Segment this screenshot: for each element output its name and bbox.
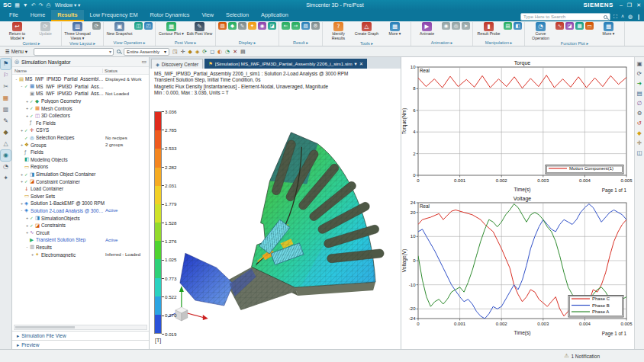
- tab-caret-icon[interactable]: ▾: [355, 61, 357, 66]
- expander-icon[interactable]: +: [19, 172, 24, 177]
- anim-prev-button[interactable]: ◎: [452, 22, 460, 30]
- play-forward-icon[interactable]: ➜: [637, 79, 642, 88]
- materials-icon[interactable]: ◆: [1, 127, 11, 138]
- manip-clip-button[interactable]: ◧: [514, 22, 522, 30]
- expander-icon[interactable]: -: [14, 77, 19, 82]
- return-to-model-button[interactable]: ↩Return to Model ▾: [4, 22, 31, 40]
- redo-icon[interactable]: ↷: [39, 2, 43, 8]
- ribbon-tab-application[interactable]: Application: [255, 10, 295, 21]
- expander-icon[interactable]: +: [24, 223, 30, 228]
- edit-post-view-button[interactable]: ✎Edit Post View: [186, 22, 213, 37]
- restore-views-button[interactable]: ⟳: [92, 22, 101, 30]
- notification-label[interactable]: 1 Notification: [571, 354, 600, 359]
- tree-item[interactable]: ▶Transient Solution StepActive: [12, 236, 149, 244]
- tree-item[interactable]: -✓▦MS_IWF_IPM3D_Partial_Assembly_2206_i.…: [12, 83, 149, 91]
- column-status[interactable]: Status: [102, 69, 147, 73]
- color-manager-icon[interactable]: ▦: [1, 93, 11, 104]
- checkbox-icon[interactable]: ✓: [30, 223, 35, 228]
- tools-more-button[interactable]: ▦More ▾: [382, 22, 408, 37]
- expander-icon[interactable]: -: [19, 84, 24, 88]
- checkbox-icon[interactable]: ✓: [30, 99, 35, 104]
- create-graph-button[interactable]: △Create Graph: [353, 22, 380, 37]
- fp-window-button[interactable]: ◪: [565, 22, 574, 30]
- checkbox-icon[interactable]: ✓: [24, 136, 30, 140]
- snap-add-icon[interactable]: ◈: [195, 49, 199, 55]
- probe-cursor-icon[interactable]: ✛: [637, 139, 642, 147]
- checkbox-icon[interactable]: ✓: [24, 128, 30, 133]
- voltage-chart[interactable]: 00.0010.0020.0030.0040.005-24-20-1001020…: [401, 194, 633, 337]
- tree-item[interactable]: +✓▦Mesh Controls: [12, 104, 149, 112]
- checkbox-icon[interactable]: ✓: [30, 106, 35, 111]
- contour-plot-button[interactable]: ▦Contour Plot ▾: [158, 22, 185, 37]
- simulation-navigator-icon[interactable]: ⚑: [1, 59, 11, 69]
- command-finder-combo[interactable]: ▾: [34, 48, 114, 56]
- checkbox-icon[interactable]: ✓: [30, 216, 35, 220]
- display-deform-button[interactable]: ◉: [258, 22, 266, 30]
- expander-icon[interactable]: +: [30, 252, 35, 257]
- tree-item[interactable]: ▣MS_IWF_IPM3D_Partial_Assembly_2206_i...…: [12, 90, 149, 98]
- ribbon-tab-selection[interactable]: Selection: [220, 10, 255, 21]
- sidebar-detach-icon[interactable]: ▭: [141, 59, 147, 65]
- ribbon-tab-file[interactable]: File: [3, 10, 24, 21]
- print-icon[interactable]: ⎙: [46, 2, 50, 8]
- ribbon-tab-view[interactable]: View: [195, 10, 220, 21]
- expander-icon[interactable]: +: [19, 128, 24, 133]
- checkbox-icon[interactable]: ✓: [24, 84, 30, 88]
- help-icon[interactable]: ◍: [628, 14, 633, 20]
- palette-icon[interactable]: ◆: [637, 129, 642, 137]
- sync-icon[interactable]: ⟳: [637, 69, 642, 78]
- preview-section[interactable]: ▸ Preview: [12, 340, 149, 349]
- roles-icon[interactable]: ✦: [1, 173, 11, 184]
- close-button[interactable]: ✕: [636, 2, 641, 8]
- expander-icon[interactable]: +: [24, 106, 30, 111]
- tree-item[interactable]: +✓◪Constraints: [12, 222, 149, 229]
- tree-item[interactable]: +✓✛CSYS: [12, 127, 149, 134]
- tree-item[interactable]: ƒFe Fields: [12, 120, 149, 127]
- copy-view-button[interactable]: ◰: [144, 22, 153, 30]
- checkbox-icon[interactable]: ✓: [24, 179, 30, 184]
- display-lighting-button[interactable]: ✦: [248, 22, 256, 30]
- ribbon-tab-home[interactable]: Home: [24, 10, 51, 21]
- notification-bell-icon[interactable]: ⚠: [564, 353, 568, 359]
- tree-item[interactable]: ▭Solver Sets: [12, 193, 149, 200]
- animate-button[interactable]: ▶Animate: [414, 22, 440, 37]
- expander-icon[interactable]: +: [24, 99, 30, 104]
- alert-icon[interactable]: ❙: [636, 14, 641, 20]
- tree-item[interactable]: +❖Groups2 groups: [12, 141, 149, 149]
- snap-point-icon[interactable]: ◆: [188, 49, 192, 55]
- tree-item[interactable]: +∿Circuit: [12, 229, 149, 236]
- simulation-file-view-section[interactable]: ▸ Simulation File View: [12, 331, 149, 340]
- expander-icon[interactable]: +: [24, 230, 30, 235]
- fullscreen-icon[interactable]: ⛶: [613, 14, 617, 20]
- save-icon[interactable]: ▼: [23, 2, 28, 8]
- tree-item[interactable]: -▥Results: [12, 244, 149, 251]
- tree-item[interactable]: ƒFields: [12, 149, 149, 156]
- checkbox-icon[interactable]: ✓: [24, 172, 30, 177]
- display-edges-button[interactable]: ✎: [238, 22, 246, 30]
- select-arrow-icon[interactable]: ✛: [181, 49, 185, 55]
- checkbox-icon[interactable]: ✓: [30, 114, 35, 118]
- minimize-button[interactable]: –: [620, 2, 623, 8]
- select-scope-icon[interactable]: ◳: [172, 49, 178, 55]
- fp-cross-button[interactable]: ∿: [555, 22, 564, 30]
- result-probe-button[interactable]: ▮Result Probe: [475, 22, 502, 37]
- tree-item[interactable]: +✓◆Polygon Geometry: [12, 98, 149, 105]
- next-result-button[interactable]: →: [291, 22, 300, 30]
- tab-discovery-center[interactable]: ◈ Discovery Center: [151, 59, 203, 69]
- sidebar-horizontal-scrollbar[interactable]: [14, 325, 147, 330]
- wireframe-icon[interactable]: ◔: [225, 49, 230, 55]
- ribbon-tab-results[interactable]: Results: [51, 10, 83, 21]
- tree-item[interactable]: ◧Modeling Objects: [12, 156, 149, 164]
- minimize-ribbon-icon[interactable]: ˄: [621, 14, 624, 20]
- hide-curve-icon[interactable]: ∅: [637, 99, 642, 107]
- tree-item[interactable]: +✓◫3D Collectors: [12, 112, 149, 120]
- torque-chart[interactable]: 00.0010.0020.0030.0040.0050246810TorqueR…: [401, 58, 633, 194]
- tree-item[interactable]: +◈Solution 1-BackEMF @ 3000 RPM: [12, 200, 149, 207]
- update-button[interactable]: ⟳Update: [32, 22, 59, 37]
- expander-icon[interactable]: +: [19, 201, 24, 206]
- shaded-icon[interactable]: ◐: [217, 49, 222, 55]
- identify-results-button[interactable]: ?Identify Results: [325, 22, 352, 40]
- restore-button[interactable]: ❐: [627, 2, 632, 8]
- menubar-search-icon[interactable]: [117, 50, 121, 53]
- tree-item[interactable]: ✓◎Selection RecipesNo recipes: [12, 134, 149, 142]
